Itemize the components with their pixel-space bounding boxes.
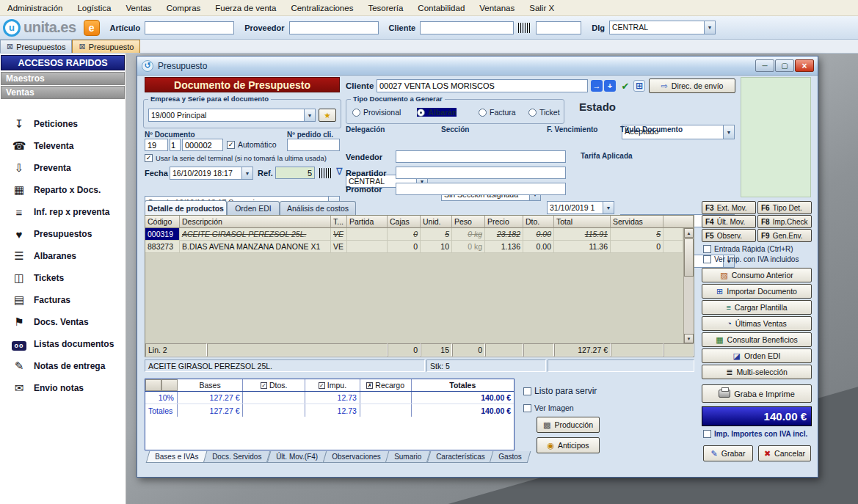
tab-docs-servidos[interactable]: Docs. Servidos	[203, 451, 271, 463]
numero-documento-input[interactable]	[182, 139, 223, 151]
dtos-checkbox[interactable]: ✓	[261, 382, 267, 389]
importar-documento-button[interactable]: ⊞Importar Documento	[702, 284, 812, 299]
e-shortcut-icon[interactable]: e	[84, 20, 100, 36]
menu-centralizaciones[interactable]: Centralizaciones	[283, 4, 360, 12]
sidebar-item-peticiones[interactable]: ↧Peticiones	[0, 113, 126, 135]
column-header-partida[interactable]: Partida	[347, 216, 388, 228]
close-button[interactable]: ×	[795, 59, 814, 72]
add-client-icon[interactable]: +	[604, 80, 616, 92]
scroll-down-icon[interactable]: ▼	[684, 334, 694, 343]
header-impu[interactable]: ✓Impu.	[305, 379, 360, 391]
sidebar-item-albaranes[interactable]: ☰Albaranes	[0, 245, 126, 267]
dlg-combo[interactable]: CENTRAL	[609, 21, 716, 34]
menu-ventanas[interactable]: Ventanas	[472, 4, 522, 12]
column-header-descripcion[interactable]: Descripción	[180, 216, 331, 228]
window-titlebar[interactable]: ↺ Presupuesto	[137, 56, 818, 76]
cell-servidas[interactable]: 5	[611, 228, 664, 240]
tab-caracteristicas[interactable]: Características	[426, 451, 493, 463]
cliente-field-input[interactable]	[377, 79, 588, 92]
tab-bases-ivas[interactable]: Bases e IVAs	[146, 451, 208, 463]
sidebar-group-maestros[interactable]: Maestros	[1, 72, 125, 85]
cell-peso[interactable]: 0 kg	[452, 241, 485, 252]
orden-edi-button[interactable]: ◪Orden EDI	[702, 348, 812, 363]
ultimas-ventas-button[interactable]: ◔Últimas Ventas	[702, 316, 812, 331]
menu-contabilidad[interactable]: Contabilidad	[410, 4, 472, 12]
close-tab-icon[interactable]: ⊠	[79, 42, 85, 51]
radio-provisional[interactable]: Provisional	[352, 108, 401, 117]
cell-servidas[interactable]: 0	[611, 241, 664, 252]
sidebar-item-listas-documentos[interactable]: ooListas documentos	[0, 333, 126, 355]
cancelar-button[interactable]: ✖Cancelar	[758, 445, 811, 461]
menu-administracion[interactable]: Administración	[0, 4, 70, 12]
tab-ult-mov[interactable]: Últ. Mov.(F4)	[266, 451, 327, 463]
menu-compras[interactable]: Compras	[159, 4, 208, 12]
column-header-servidas[interactable]: Servidas	[611, 216, 664, 228]
cliente-input[interactable]	[420, 21, 514, 34]
cell-codigo[interactable]: 000319	[145, 228, 180, 240]
direc-envio-button[interactable]: ⇨ Direc. de envío	[649, 78, 735, 93]
recargo-checkbox[interactable]: ✗	[366, 382, 373, 389]
cell-partida[interactable]	[347, 241, 388, 252]
sidebar-item-docs-ventas[interactable]: ⚑Docs. Ventas	[0, 311, 126, 333]
header-dtos[interactable]: ✓Dtos.	[243, 379, 305, 391]
grid-scrollbar[interactable]: ▲ ▼	[683, 228, 694, 343]
header-recargo[interactable]: ✗Recargo	[360, 379, 412, 391]
radio-ticket[interactable]: Ticket	[528, 108, 560, 117]
menu-fuerza-de-venta[interactable]: Fuerza de venta	[208, 4, 283, 12]
ver-imagen-checkbox[interactable]: Ver Imagen	[523, 403, 574, 412]
menu-ventas[interactable]: Ventas	[118, 4, 159, 12]
tab-presupuesto[interactable]: ⊠ Presupuesto	[72, 40, 140, 53]
f6-tipo-det-button[interactable]: F6Tipo Det.	[757, 201, 812, 214]
column-header-tipo[interactable]: T...	[331, 216, 347, 228]
radio-albaran[interactable]: Albarán	[417, 108, 457, 117]
column-header-precio[interactable]: Precio	[485, 216, 523, 228]
articulo-input[interactable]	[145, 21, 234, 34]
ver-imp-iva-checkbox[interactable]: Ver Imp. con IVA incluidos	[703, 255, 799, 263]
cell-dto[interactable]: 0.00	[523, 228, 554, 240]
tab-analisis-costos[interactable]: Análisis de costos	[280, 201, 356, 215]
barcode-icon[interactable]	[319, 168, 332, 178]
totals-sort-left-icon[interactable]	[145, 379, 161, 391]
cell-cajas[interactable]: 0	[388, 228, 421, 240]
restore-button[interactable]: ▢	[775, 59, 794, 72]
sidebar-group-ventas[interactable]: Ventas	[1, 86, 125, 99]
anticipos-button[interactable]: ◉Anticipos	[537, 437, 600, 453]
tab-presupuestos[interactable]: ⊠ Presupuestos	[0, 40, 72, 53]
listo-para-servir-checkbox[interactable]: Listo para servir	[523, 386, 597, 396]
sidebar-item-tickets[interactable]: ◫Tickets	[0, 267, 126, 289]
cell-tipo[interactable]: VE	[331, 241, 347, 252]
cell-peso[interactable]: 0 kg	[452, 228, 485, 240]
ref-input[interactable]	[275, 167, 315, 179]
serie-tool-button[interactable]: ★	[319, 109, 336, 122]
entrada-rapida-checkbox[interactable]: Entrada Rápida (Ctrl+R)	[703, 245, 793, 253]
consultar-beneficios-button[interactable]: ▦Consultar Beneficios	[702, 332, 812, 347]
f9-gen-env-button[interactable]: F9Gen.Env.	[757, 229, 812, 242]
terminal-input[interactable]	[170, 139, 181, 151]
repartidor-input[interactable]	[396, 167, 566, 179]
empresa-serie-combo[interactable]: 19/000 Principal	[148, 109, 316, 122]
cell-descripcion[interactable]: B.DIAS AVENA MANZANA DANONE X1	[180, 241, 331, 252]
f3-ext-mov-button[interactable]: F3Ext. Mov.	[702, 201, 756, 214]
cell-unid[interactable]: 10	[421, 241, 452, 252]
vencimiento-combo[interactable]: 31/10/2019 1	[547, 201, 614, 214]
tab-orden-edi[interactable]: Orden EDI	[227, 201, 280, 215]
scroll-up-icon[interactable]: ▲	[684, 228, 694, 238]
filter-icon[interactable]: ∇	[336, 166, 343, 177]
sidebar-item-televenta[interactable]: ☎Televenta	[0, 135, 126, 157]
cell-total[interactable]: 115.91	[554, 228, 611, 240]
goto-client-icon[interactable]: →	[591, 80, 603, 92]
cell-partida[interactable]	[347, 228, 388, 240]
cargar-plantilla-button[interactable]: ≡Cargar Plantilla	[702, 300, 812, 315]
imp-iva-incl-checkbox[interactable]: Imp. Importes con IVA incl.	[703, 430, 807, 438]
column-header-dto[interactable]: Dto.	[523, 216, 554, 228]
graba-e-imprime-button[interactable]: Graba e Imprime	[702, 384, 812, 403]
automatico-checkbox[interactable]: ✓Automático	[227, 140, 277, 149]
serie-input[interactable]	[145, 139, 168, 151]
sidebar-item-inf-rep-preventa[interactable]: ≡Inf. rep x preventa	[0, 201, 126, 223]
column-header-cajas[interactable]: Cajas	[388, 216, 421, 228]
scroll-thumb[interactable]	[684, 238, 694, 277]
totals-sort-right-icon[interactable]	[161, 379, 178, 391]
cell-tipo[interactable]: VE	[331, 228, 347, 240]
multi-seleccion-button[interactable]: ≣Multi-selección	[702, 365, 812, 379]
sidebar-item-preventa[interactable]: ⇩Preventa	[0, 157, 126, 179]
